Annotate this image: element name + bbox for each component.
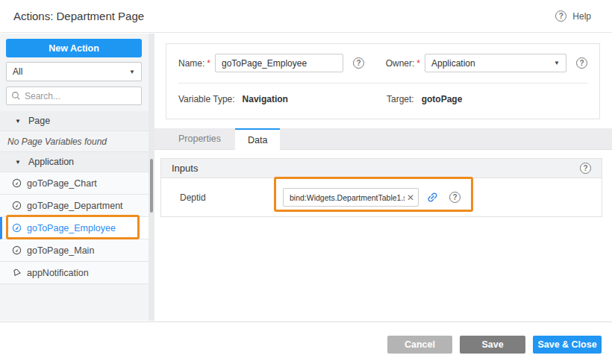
deptid-binding-input-box[interactable]: ✕ [283, 188, 419, 207]
filter-select[interactable]: All ▼ [6, 62, 142, 81]
tree-item-label: goToPage_Chart [27, 178, 97, 189]
tree-item-gotopage-main[interactable]: goToPage_Main [0, 239, 149, 262]
tree-item-label: goToPage_Employee [27, 223, 116, 233]
collapse-icon: ▼ [15, 118, 21, 125]
help-button[interactable]: ? Help [555, 10, 591, 22]
actions-dialog: Actions: Department Page ? Help New Acti… [0, 0, 612, 364]
tab-data[interactable]: Data [235, 128, 280, 150]
deptid-binding-input[interactable] [290, 193, 405, 202]
required-asterisk: * [207, 58, 210, 69]
help-label: Help [572, 11, 591, 22]
page-empty-message: No Page Variables found [0, 131, 149, 152]
navigation-icon [12, 245, 22, 255]
deptid-label: Deptid [180, 192, 283, 203]
name-help-icon[interactable]: ? [353, 57, 364, 69]
navigation-icon [12, 201, 22, 210]
target-group: Target: gotoPage [387, 94, 462, 104]
required-asterisk: * [416, 58, 420, 69]
tree-item-gotopage-employee[interactable]: goToPage_Employee [0, 217, 149, 239]
search-box[interactable] [6, 87, 142, 105]
inputs-header: Inputs ? [161, 159, 602, 178]
navigation-icon [12, 178, 22, 188]
save-button[interactable]: Save [460, 336, 525, 354]
owner-field-group: Owner: * Application ▼ ? [386, 54, 587, 72]
clear-icon[interactable]: ✕ [405, 192, 414, 203]
tree-item-label: goToPage_Main [27, 245, 94, 256]
target-label: Target: [387, 94, 414, 104]
action-summary-card: Name: * ? Owner: * Application ▼ ? [166, 43, 600, 119]
variables-tree: ▼ Page No Page Variables found ▼ Applica… [0, 111, 149, 284]
variables-sidebar: New Action All ▼ ▼ Page No Page Variable… [0, 34, 149, 321]
owner-label: Owner: [386, 58, 415, 69]
deptid-row: Deptid ✕ ? [161, 178, 602, 216]
deptid-help-icon[interactable]: ? [449, 192, 460, 203]
dialog-header: Actions: Department Page ? Help [0, 0, 612, 33]
new-action-button[interactable]: New Action [6, 39, 142, 57]
name-input[interactable] [215, 54, 343, 72]
help-icon: ? [555, 10, 566, 22]
caret-down-icon: ▼ [129, 69, 135, 75]
owner-help-icon[interactable]: ? [576, 57, 587, 69]
inputs-title: Inputs [172, 163, 198, 174]
variable-type-label: Variable Type: [178, 94, 235, 104]
link-icon[interactable] [423, 188, 441, 206]
card-divider [178, 83, 587, 84]
sidebar-scrollbar[interactable] [150, 159, 153, 213]
filter-value: All [13, 66, 22, 77]
tree-item-gotopage-department[interactable]: goToPage_Department [0, 195, 149, 217]
collapse-icon: ▼ [15, 159, 21, 166]
name-owner-row: Name: * ? Owner: * Application ▼ ? [178, 53, 587, 73]
variable-type-value: Navigation [243, 94, 288, 104]
target-value: gotoPage [422, 94, 463, 104]
tree-item-label: appNotification [27, 268, 89, 278]
tree-group-page[interactable]: ▼ Page [0, 111, 149, 131]
page-title: Actions: Department Page [13, 0, 144, 33]
search-input[interactable] [25, 91, 137, 101]
owner-select[interactable]: Application ▼ [425, 54, 566, 72]
cancel-button[interactable]: Cancel [387, 336, 452, 354]
dialog-footer: Cancel Save Save & Close [0, 321, 612, 364]
tab-properties[interactable]: Properties [164, 128, 235, 149]
tree-group-application[interactable]: ▼ Application [0, 152, 149, 172]
variable-type-group: Variable Type: Navigation [178, 94, 387, 104]
inputs-section: Inputs ? Deptid ✕ ? [160, 158, 602, 217]
tree-item-label: goToPage_Department [27, 201, 123, 211]
owner-value: Application [431, 58, 475, 69]
tree-item-appnotification[interactable]: appNotification [0, 262, 149, 284]
tree-group-label: Application [28, 157, 74, 167]
main-panel: Name: * ? Owner: * Application ▼ ? [154, 34, 612, 321]
name-label: Name: [178, 58, 204, 69]
tree-group-label: Page [28, 116, 50, 126]
save-and-close-button[interactable]: Save & Close [533, 336, 602, 354]
notification-icon [12, 268, 22, 277]
inputs-help-icon[interactable]: ? [580, 163, 591, 174]
navigation-icon [12, 223, 22, 233]
name-field-group: Name: * ? [178, 54, 386, 72]
tab-bar: Properties Data [154, 128, 612, 150]
search-icon [11, 91, 21, 101]
tree-item-gotopage-chart[interactable]: goToPage_Chart [0, 172, 149, 195]
type-target-row: Variable Type: Navigation Target: gotoPa… [178, 94, 587, 104]
caret-down-icon: ▼ [554, 60, 560, 66]
sidebar-scroll-track [149, 34, 154, 321]
